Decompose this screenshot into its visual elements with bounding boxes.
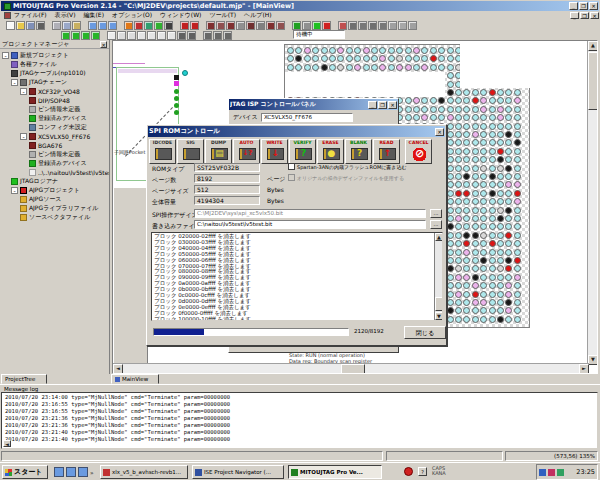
desktop-icon[interactable] (66, 467, 76, 477)
v-scroll-down-icon[interactable]: ▼ (588, 355, 598, 365)
probe-1-icon[interactable] (203, 31, 212, 40)
menu-item[interactable]: 表示(V) (55, 11, 76, 20)
v-scroll-thumb[interactable] (588, 52, 598, 110)
v-scroll-up-icon[interactable]: ▲ (588, 41, 598, 51)
waveform-icon[interactable] (144, 21, 153, 30)
pin-down-icon[interactable] (127, 31, 136, 40)
green-chip-4-icon[interactable] (91, 31, 100, 40)
task-button[interactable]: MITOUJTAG Pro Ve... (288, 465, 382, 479)
spi-close-button[interactable]: 閉じる (404, 326, 446, 339)
tree-item[interactable]: AJPGライブラリファイル (0, 204, 109, 213)
tree-item[interactable]: 登録済みデバイス (0, 159, 109, 168)
page-icon[interactable] (107, 31, 116, 40)
tray-help-icon[interactable]: ? (418, 467, 427, 476)
menu-item[interactable]: オプション(O) (112, 11, 152, 20)
pin-ball-green-2[interactable] (174, 96, 179, 101)
green-chip-2-icon[interactable] (71, 31, 80, 40)
tab-project-tree[interactable]: ProjectTree (1, 374, 47, 384)
verify-button[interactable]: VERIFY? (289, 139, 316, 164)
write-button[interactable]: WRITE↓ (261, 139, 288, 164)
menu-item[interactable]: 編集(E) (84, 11, 104, 20)
save-icon[interactable] (26, 21, 35, 30)
minimize-button[interactable]: _ (569, 2, 578, 10)
scroll-down-icon[interactable]: ▼ (435, 312, 443, 320)
menu-item[interactable]: ヘルプ(H) (244, 11, 272, 20)
pin-up-icon[interactable] (117, 31, 126, 40)
isp-close-button[interactable]: ✕ (388, 101, 397, 109)
pin-gray-4-icon[interactable] (378, 21, 387, 30)
probe-3-icon[interactable] (223, 31, 232, 40)
isp-minimize-button[interactable]: _ (368, 101, 377, 109)
tree-item[interactable]: BGA676 (0, 141, 109, 150)
write-arrow-icon[interactable] (180, 21, 189, 30)
tree-item[interactable]: -AJPGプロジェクト (0, 186, 109, 195)
tray-icon-3[interactable] (557, 469, 564, 476)
angle-left-icon[interactable] (157, 31, 166, 40)
angle-right-icon[interactable] (167, 31, 176, 40)
isp-restore-button[interactable]: ❐ (378, 101, 387, 109)
pin-square-black[interactable] (174, 75, 179, 80)
tree-item[interactable]: コンフィグ未設定 (0, 123, 109, 132)
logicana-off-icon[interactable] (322, 21, 331, 30)
tree-item[interactable]: -XC5VLX50_FF676 (0, 132, 109, 141)
open-icon[interactable] (16, 21, 25, 30)
h-scroll-left-icon[interactable]: ◄ (113, 364, 123, 374)
task-button[interactable]: ISE Project Navigator (... (192, 465, 284, 479)
pin-gray-1-icon[interactable] (348, 21, 357, 30)
mdi-restore-button[interactable]: ❐ (580, 12, 589, 19)
pin-red-icon[interactable] (338, 21, 347, 30)
scroll-up-icon[interactable]: ▲ (435, 233, 443, 241)
tree-expander-icon[interactable]: - (2, 52, 9, 59)
menu-item[interactable]: ツール(T) (209, 11, 236, 20)
pin-gray-3-icon[interactable] (368, 21, 377, 30)
spartan3an-checkbox[interactable]: Spartan-3ANの内蔵フラッシュROMに書き込む (288, 163, 407, 170)
mdi-horizontal-scrollbar[interactable]: ◄ ► (113, 363, 589, 373)
green-chip-1-icon[interactable] (61, 31, 70, 40)
tree-item[interactable]: AJPGソース (0, 195, 109, 204)
mdi-minimize-button[interactable]: _ (570, 12, 579, 19)
zoom-icon[interactable] (124, 21, 133, 30)
device-tool-2-icon[interactable] (216, 21, 225, 30)
tree-item[interactable]: ソースベクタファイル (0, 213, 109, 222)
tray-icon-1[interactable] (539, 469, 546, 476)
extra-2-icon[interactable] (398, 21, 407, 30)
tree-item[interactable]: JTAGケーブル(np1010) (0, 69, 109, 78)
task-button[interactable]: xlx_v5_b_avhsch-revb1... (100, 465, 188, 479)
device-combo[interactable]: XC5VLX50_FF676 (261, 113, 353, 122)
device-tool-4-icon[interactable] (236, 21, 245, 30)
device-tool-7-icon[interactable] (266, 21, 275, 30)
menu-item[interactable]: ウィンドウ(W) (160, 11, 201, 20)
auto-button[interactable]: AUTO↓? (233, 139, 260, 164)
tree-item[interactable]: -新規プロジェクト (0, 51, 109, 60)
scroll-thumb[interactable] (435, 297, 443, 311)
print-icon[interactable] (36, 21, 45, 30)
spi-log-scrollbar[interactable]: ▲ ▼ (434, 233, 442, 320)
pin-ball-green-3[interactable] (174, 103, 179, 108)
ime-indicator[interactable]: CAPSKANA (432, 466, 452, 476)
stop-icon[interactable] (302, 21, 311, 30)
tree-item[interactable]: 登録済みデバイス (0, 114, 109, 123)
tree-expander-icon[interactable]: - (20, 133, 27, 140)
extra-3-icon[interactable] (408, 21, 417, 30)
sig-button[interactable]: SIG (177, 139, 204, 164)
design-path-input[interactable]: C:\MJ2DEV\sys\spi_xc5vlx50.bit (194, 209, 426, 218)
message-log-area[interactable]: 2010/07/20 23:14:00 type="MjNullNode" cm… (1, 392, 598, 449)
dark-tool-icon[interactable] (164, 21, 173, 30)
cancel-button[interactable]: CANCEL⊘ (405, 139, 432, 164)
close-button[interactable]: ✕ (589, 2, 598, 10)
chip-red-icon[interactable] (134, 21, 143, 30)
tree-item[interactable]: ..\..\naitou\lv5test\lv5tes... (0, 168, 109, 177)
device-tool-3-icon[interactable] (226, 21, 235, 30)
ie-icon[interactable] (54, 467, 64, 477)
tile-windows-icon[interactable] (88, 21, 97, 30)
spi-close-icon[interactable]: ✕ (435, 128, 444, 136)
probe-2-icon[interactable] (213, 31, 222, 40)
split-view-icon[interactable] (108, 21, 117, 30)
pin-ball-green-4[interactable] (174, 110, 179, 115)
tab-main-view[interactable]: MainView (111, 374, 159, 384)
cascade-windows-icon[interactable] (98, 21, 107, 30)
mdi-close-button[interactable]: ✕ (590, 12, 599, 19)
new-icon[interactable] (6, 21, 15, 30)
write-file-input[interactable]: C:\naitou\lv5test\lv5test.bit (194, 220, 426, 229)
pin-gray-2-icon[interactable] (358, 21, 367, 30)
